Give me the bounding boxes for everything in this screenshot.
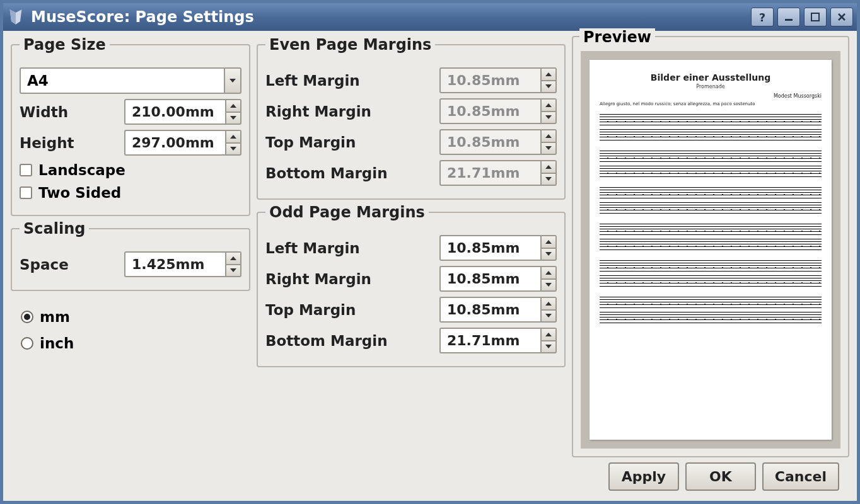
titlebar[interactable]: MuseScore: Page Settings ?	[3, 3, 857, 31]
close-button[interactable]	[830, 8, 853, 26]
score-tempo: Allegro giusto, nel modo russico; senza …	[600, 101, 822, 106]
even-left-spinbox[interactable]: 10.85mm	[439, 67, 557, 93]
preview-legend: Preview	[579, 28, 655, 46]
even-top-step-up[interactable]	[540, 129, 557, 142]
even-margins-legend: Even Page Margins	[265, 36, 435, 54]
height-value[interactable]: 297.00mm	[124, 130, 225, 156]
even-top-step-down[interactable]	[540, 142, 557, 156]
even-bottom-value[interactable]: 21.71mm	[439, 160, 540, 186]
even-bottom-step-down[interactable]	[540, 173, 557, 186]
even-right-value[interactable]: 10.85mm	[439, 98, 540, 124]
page-size-preset-combo[interactable]: A4	[20, 67, 241, 94]
dialog-window: MuseScore: Page Settings ? Page Size A4	[0, 0, 860, 504]
odd-right-value[interactable]: 10.85mm	[439, 266, 540, 292]
odd-top-value[interactable]: 10.85mm	[439, 297, 540, 323]
odd-right-spinbox[interactable]: 10.85mm	[439, 266, 557, 292]
even-margins-group: Even Page Margins Left Margin 10.85mm Ri…	[257, 36, 566, 200]
staff-system	[600, 224, 822, 250]
odd-top-step-up[interactable]	[540, 297, 557, 309]
odd-bottom-step-up[interactable]	[540, 328, 557, 340]
odd-margins-group: Odd Page Margins Left Margin 10.85mm Rig…	[257, 203, 566, 367]
odd-margins-legend: Odd Page Margins	[265, 203, 429, 221]
height-step-up[interactable]	[225, 130, 241, 142]
space-step-up[interactable]	[225, 251, 241, 264]
odd-right-label: Right Margin	[265, 271, 434, 287]
odd-left-spinbox[interactable]: 10.85mm	[439, 235, 557, 261]
width-spinbox[interactable]: 210.00mm	[124, 99, 241, 125]
page-size-preset-value[interactable]: A4	[20, 67, 224, 94]
width-step-up[interactable]	[225, 99, 241, 112]
preview-canvas: Bilder einer Ausstellung Promenade Modes…	[581, 51, 840, 449]
odd-top-label: Top Margin	[265, 302, 434, 318]
staff-system	[600, 187, 822, 214]
svg-rect-0	[785, 19, 793, 21]
even-top-spinbox[interactable]: 10.85mm	[439, 129, 557, 155]
even-bottom-step-up[interactable]	[540, 160, 557, 173]
even-left-label: Left Margin	[265, 72, 434, 89]
two-sided-label: Two Sided	[38, 185, 121, 201]
staff-system	[600, 297, 822, 323]
preview-page: Bilder einer Ausstellung Promenade Modes…	[590, 60, 832, 440]
height-step-down[interactable]	[225, 142, 241, 156]
staff-system	[600, 114, 822, 140]
even-bottom-spinbox[interactable]: 21.71mm	[439, 160, 557, 186]
maximize-button[interactable]	[804, 8, 827, 26]
unit-mm-radio[interactable]	[21, 311, 33, 323]
even-top-value[interactable]: 10.85mm	[439, 129, 540, 155]
window-title: MuseScore: Page Settings	[31, 8, 751, 26]
even-bottom-label: Bottom Margin	[265, 165, 434, 181]
odd-left-step-down[interactable]	[540, 248, 557, 261]
odd-right-step-up[interactable]	[540, 266, 557, 278]
two-sided-checkbox[interactable]	[20, 186, 32, 199]
apply-button[interactable]: Apply	[608, 462, 679, 491]
even-right-step-up[interactable]	[540, 98, 557, 111]
scaling-group: Scaling Space 1.425mm	[11, 220, 250, 291]
height-spinbox[interactable]: 297.00mm	[124, 130, 241, 156]
even-right-step-down[interactable]	[540, 111, 557, 125]
even-left-step-up[interactable]	[540, 67, 557, 80]
unit-mm-label: mm	[40, 309, 70, 325]
odd-bottom-spinbox[interactable]: 21.71mm	[439, 328, 557, 353]
scaling-legend: Scaling	[20, 220, 89, 238]
minimize-button[interactable]	[777, 8, 800, 26]
score-composer: Modest Mussorgski	[600, 93, 822, 99]
space-value[interactable]: 1.425mm	[124, 251, 225, 277]
space-step-down[interactable]	[225, 264, 241, 278]
width-label: Width	[20, 104, 119, 120]
chevron-down-icon[interactable]	[224, 67, 241, 94]
score-title: Bilder einer Ausstellung	[600, 72, 822, 83]
help-button[interactable]: ?	[751, 8, 774, 26]
odd-left-step-up[interactable]	[540, 235, 557, 248]
even-right-label: Right Margin	[265, 103, 434, 120]
staff-system	[600, 151, 822, 177]
odd-right-step-down[interactable]	[540, 278, 557, 292]
width-step-down[interactable]	[225, 112, 241, 125]
score-subtitle: Promenade	[600, 84, 822, 89]
odd-bottom-value[interactable]: 21.71mm	[439, 328, 540, 353]
odd-bottom-step-down[interactable]	[540, 340, 557, 354]
staff-system	[600, 260, 822, 287]
odd-bottom-label: Bottom Margin	[265, 333, 434, 349]
even-left-step-down[interactable]	[540, 80, 557, 94]
landscape-checkbox[interactable]	[20, 164, 32, 176]
page-size-group: Page Size A4 Width 210.00mm	[11, 36, 250, 216]
svg-rect-1	[811, 13, 819, 21]
width-value[interactable]: 210.00mm	[124, 99, 225, 125]
unit-inch-label: inch	[40, 335, 74, 352]
ok-button[interactable]: OK	[685, 462, 756, 491]
even-left-value[interactable]: 10.85mm	[439, 67, 540, 93]
space-spinbox[interactable]: 1.425mm	[124, 251, 241, 277]
preview-group: Preview Bilder einer Ausstellung Promena…	[572, 36, 849, 457]
odd-top-step-down[interactable]	[540, 309, 557, 323]
cancel-button[interactable]: Cancel	[762, 462, 839, 491]
even-top-label: Top Margin	[265, 134, 434, 151]
unit-radio-group: mm inch	[11, 295, 250, 365]
odd-left-value[interactable]: 10.85mm	[439, 235, 540, 261]
page-size-legend: Page Size	[20, 36, 110, 54]
height-label: Height	[20, 135, 119, 151]
odd-left-label: Left Margin	[265, 240, 434, 256]
unit-inch-radio[interactable]	[21, 337, 33, 350]
landscape-label: Landscape	[38, 162, 125, 178]
even-right-spinbox[interactable]: 10.85mm	[439, 98, 557, 124]
odd-top-spinbox[interactable]: 10.85mm	[439, 297, 557, 323]
